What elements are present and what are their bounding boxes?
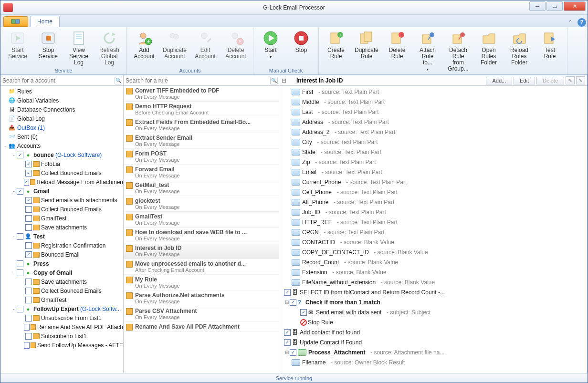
tree-item[interactable]: ✓Bounced Email (0, 250, 123, 259)
rule-item[interactable]: Form POSTOn Every Message (124, 149, 279, 165)
tree-item[interactable]: -●FollowUp Expert (G-Lock Softw... (0, 304, 123, 313)
rule-item[interactable]: GetMail_testOn Every Message (124, 180, 279, 196)
detail-row[interactable]: ✓🗄Update Contact if Found (279, 337, 587, 347)
tree-item[interactable]: Collect Bounced Emails (0, 205, 123, 214)
open-rules-folder-button[interactable]: Open RulesFolder (473, 28, 504, 80)
nav-up-button[interactable]: ⬉ (566, 76, 575, 84)
tree-item[interactable]: 📤OutBox (1) (0, 123, 123, 132)
detail-row[interactable]: Stop Rule (279, 317, 587, 327)
detail-row[interactable]: Cell_Phone - source: Text Plain Part (279, 187, 587, 197)
tree-item[interactable]: 📁Rules (0, 87, 123, 96)
tree-item[interactable]: -✓●Gmail (0, 186, 123, 196)
stop-service-button[interactable]: StopService (33, 28, 63, 68)
rule-item[interactable]: How to download and save WEB file to ...… (124, 228, 279, 243)
tree-item[interactable]: Save attachments (0, 277, 123, 286)
detail-row[interactable]: First - source: Text Plain Part (279, 87, 587, 97)
reload-rules-folder-button[interactable]: Reload RulesFolder (504, 28, 535, 80)
rule-item[interactable]: Demo HTTP RequestBefore Checking Email A… (124, 102, 279, 117)
detail-row[interactable]: Job_ID - source: Text Plain Part (279, 207, 587, 217)
tree-item[interactable]: Registration Confirmation (0, 241, 123, 250)
detail-row[interactable]: Address_2 - source: Text Plain Part (279, 127, 587, 137)
tree-item[interactable]: GmailTest (0, 295, 123, 304)
add-account-button[interactable]: +AddAccount (129, 28, 159, 68)
rule-item[interactable]: Move unprocessed emails to another d...A… (124, 259, 279, 275)
detail-row[interactable]: Current_Phone - source: Text Plain Part (279, 177, 587, 187)
stop-button[interactable]: Stop (286, 28, 316, 68)
detail-row[interactable]: CPGN - source: Text Plain Part (279, 227, 587, 237)
detail-row[interactable]: City - source: Text Plain Part (279, 137, 587, 147)
maximize-button[interactable]: ▭ (546, 1, 563, 11)
detail-row[interactable]: ✓🗄Add contact if not found (279, 327, 587, 337)
detail-row[interactable]: Email - source: Text Plain Part (279, 167, 587, 177)
detail-row[interactable]: Extension - source: Blank Value (279, 267, 587, 277)
detail-row[interactable]: Zip - source: Text Plain Part (279, 157, 587, 167)
view-service-log-button[interactable]: View ServiceLog (63, 28, 94, 68)
tree-item[interactable]: -👤Test (0, 232, 123, 241)
tree-item[interactable]: GmailTest (0, 214, 123, 223)
start-button[interactable]: Start▾ (255, 28, 286, 68)
detail-row[interactable]: Middle - source: Text Plain Part (279, 97, 587, 107)
accounts-tree[interactable]: 📁Rules🌐Global Variables🗄Database Connect… (0, 86, 123, 373)
account-search-input[interactable] (1, 76, 115, 85)
tree-item[interactable]: -👥Accounts (0, 141, 123, 150)
delete-button[interactable]: Delete (536, 77, 564, 84)
rule-item[interactable]: My RuleOn Every Message (124, 275, 279, 290)
add-button[interactable]: Add... (486, 77, 512, 84)
close-button[interactable]: ✕ (564, 1, 586, 11)
detail-row[interactable]: ✓🗄SELECT ID from tblContact and Return R… (279, 287, 587, 297)
detail-row[interactable]: FileName_without_extension - source: Bla… (279, 277, 587, 287)
rule-item[interactable]: Interest in Job IDOn Every Message (124, 243, 279, 259)
detail-row[interactable]: CONTACTID - source: Blank Value (279, 237, 587, 247)
detail-row[interactable]: COPY_OF_CONTACT_ID - source: Blank Value (279, 247, 587, 257)
detail-row[interactable]: ⊟✓?Check if more than 1 match (279, 297, 587, 307)
rule-item[interactable]: Parse CSV AttachmentOn Every Message (124, 306, 279, 322)
tree-item[interactable]: 📨Sent (0) (0, 132, 123, 141)
tree-item[interactable]: 🗄Database Connections (0, 105, 123, 114)
tree-item[interactable]: Save attachments (0, 223, 123, 232)
attach-rule-to--button[interactable]: Attach Ruleto...▾ (412, 28, 443, 80)
rule-item[interactable]: Rename And Save All PDF Attachment (124, 322, 279, 332)
tree-item[interactable]: ●Press (0, 259, 123, 268)
tree-item[interactable]: Subscribe to List1 (0, 331, 123, 341)
detail-row[interactable]: HTTP_REF - source: Text Plain Part (279, 217, 587, 227)
detail-row[interactable]: Record_Count - source: Blank Value (279, 257, 587, 267)
file-button[interactable] (3, 16, 28, 27)
detail-row[interactable]: Address - source: Text Plain Part (279, 117, 587, 127)
delete-rule-button[interactable]: −DeleteRule (382, 28, 412, 80)
tree-item[interactable]: Rename And Save All PDF Attach (0, 322, 123, 331)
rule-item[interactable]: Extract Fields From Embedded Email-Bo...… (124, 117, 279, 133)
tree-item[interactable]: 🌐Global Variables (0, 96, 123, 105)
duplicate-rule-button[interactable]: DuplicateRule (351, 28, 382, 80)
tree-item[interactable]: ✓FotoLia (0, 159, 123, 168)
detail-row[interactable]: ✓✉Send email with data sent - subject: S… (279, 307, 587, 317)
create-rule-button[interactable]: +CreateRule (321, 28, 351, 80)
rule-item[interactable]: GmailTestOn Every Message (124, 212, 279, 228)
detach-rule-from-group--button[interactable]: Detach Rulefrom Group...▾ (443, 28, 473, 80)
edit-button[interactable]: Edit (514, 77, 535, 84)
tree-item[interactable]: -✓●bounce (G-Lock Software) (0, 150, 123, 159)
detail-row[interactable]: Filename - source: Owner Block Result (279, 357, 587, 367)
rule-item[interactable]: Extract Sender EmailOn Every Message (124, 133, 279, 149)
tree-item[interactable]: Unsubscribe From List1 (0, 313, 123, 322)
tab-home[interactable]: Home (30, 16, 60, 27)
collapse-icon[interactable]: ⊟ (281, 77, 287, 84)
rule-item[interactable]: Forward EmailOn Every Message (124, 165, 279, 180)
search-icon[interactable]: 🔍 (270, 77, 278, 84)
collapse-ribbon-icon[interactable]: ⌃ (566, 18, 575, 27)
detail-row[interactable]: ⊟✓Process_Attachment - source: Attachmen… (279, 347, 587, 357)
rules-list[interactable]: Conver TIFF Embedded to PDFOn Every Mess… (124, 86, 279, 373)
rule-item[interactable]: Parse Authorize.Net attachmentsOn Every … (124, 290, 279, 306)
rule-item[interactable]: Conver TIFF Embedded to PDFOn Every Mess… (124, 86, 279, 102)
tree-item[interactable]: ✓Reload Message From Attachmen (0, 177, 123, 186)
rule-item[interactable]: glocktestOn Every Message (124, 196, 279, 212)
nav-down-button[interactable]: ⬊ (576, 76, 585, 84)
tree-item[interactable]: Collect Bounced Emails (0, 286, 123, 295)
search-icon[interactable]: 🔍 (115, 77, 122, 84)
detail-row[interactable]: State - source: Text Plain Part (279, 147, 587, 157)
tree-item[interactable]: 📄Global Log (0, 114, 123, 123)
detail-row[interactable]: Alt_Phone - source: Text Plain Part (279, 197, 587, 207)
help-icon[interactable]: ? (578, 18, 586, 27)
detail-tree[interactable]: First - source: Text Plain PartMiddle - … (279, 86, 587, 373)
tree-item[interactable]: Send FollowUp Messages - AFTE (0, 341, 123, 350)
tree-item[interactable]: -●Copy of Gmail (0, 268, 123, 277)
